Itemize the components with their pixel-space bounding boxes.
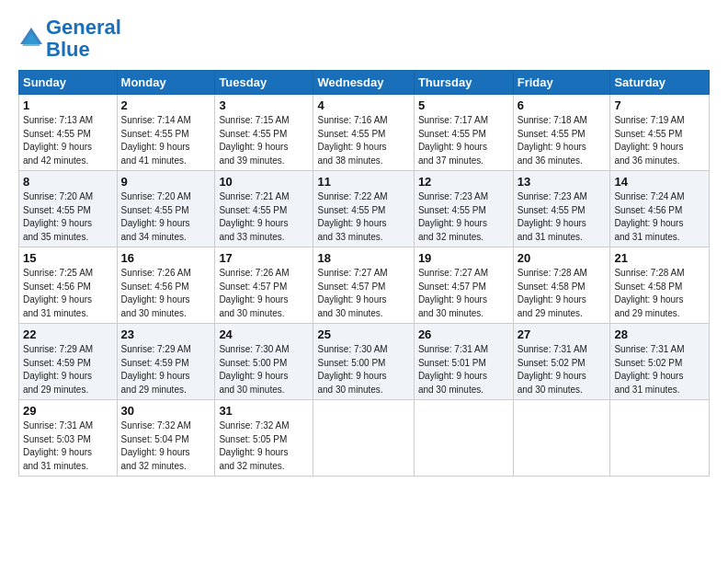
- day-number: 24: [219, 327, 309, 341]
- calendar-cell: 19Sunrise: 7:27 AM Sunset: 4:57 PM Dayli…: [414, 247, 513, 324]
- calendar-cell: 16Sunrise: 7:26 AM Sunset: 4:56 PM Dayli…: [117, 247, 215, 324]
- day-number: 23: [121, 327, 211, 341]
- weekday-header: Monday: [117, 71, 215, 95]
- calendar-cell: [313, 400, 414, 477]
- day-info: Sunrise: 7:31 AM Sunset: 5:03 PM Dayligh…: [23, 419, 113, 473]
- day-number: 11: [317, 175, 409, 189]
- logo-text-line1: General: [46, 17, 121, 39]
- day-info: Sunrise: 7:14 AM Sunset: 4:55 PM Dayligh…: [121, 114, 211, 167]
- day-info: Sunrise: 7:31 AM Sunset: 5:02 PM Dayligh…: [518, 343, 607, 396]
- day-info: Sunrise: 7:26 AM Sunset: 4:56 PM Dayligh…: [121, 267, 211, 320]
- calendar-cell: 18Sunrise: 7:27 AM Sunset: 4:57 PM Dayli…: [313, 247, 414, 324]
- calendar-cell: 15Sunrise: 7:25 AM Sunset: 4:56 PM Dayli…: [19, 247, 118, 324]
- calendar-cell: 8Sunrise: 7:20 AM Sunset: 4:55 PM Daylig…: [19, 171, 118, 247]
- day-number: 9: [121, 175, 211, 189]
- weekday-header: Sunday: [19, 71, 118, 95]
- day-number: 17: [219, 251, 309, 265]
- calendar-cell: 1Sunrise: 7:13 AM Sunset: 4:55 PM Daylig…: [19, 95, 118, 171]
- calendar-header-row: SundayMondayTuesdayWednesdayThursdayFrid…: [19, 71, 710, 95]
- calendar-cell: [610, 400, 710, 477]
- day-number: 7: [614, 98, 705, 112]
- calendar-cell: 26Sunrise: 7:31 AM Sunset: 5:01 PM Dayli…: [414, 324, 513, 400]
- calendar-cell: 23Sunrise: 7:29 AM Sunset: 4:59 PM Dayli…: [117, 324, 215, 400]
- day-info: Sunrise: 7:15 AM Sunset: 4:55 PM Dayligh…: [219, 114, 309, 167]
- calendar-cell: 12Sunrise: 7:23 AM Sunset: 4:55 PM Dayli…: [414, 171, 513, 247]
- calendar-cell: 17Sunrise: 7:26 AM Sunset: 4:57 PM Dayli…: [215, 247, 313, 324]
- day-number: 8: [23, 175, 113, 189]
- day-number: 26: [418, 327, 509, 341]
- day-number: 14: [614, 175, 705, 189]
- calendar-cell: 25Sunrise: 7:30 AM Sunset: 5:00 PM Dayli…: [313, 324, 414, 400]
- calendar-cell: 31Sunrise: 7:32 AM Sunset: 5:05 PM Dayli…: [215, 400, 313, 477]
- day-number: 5: [418, 98, 509, 112]
- day-number: 12: [418, 175, 509, 189]
- weekday-header: Saturday: [610, 71, 710, 95]
- day-number: 1: [23, 98, 113, 112]
- day-number: 6: [518, 98, 607, 112]
- calendar-cell: 30Sunrise: 7:32 AM Sunset: 5:04 PM Dayli…: [117, 400, 215, 477]
- day-number: 10: [219, 175, 309, 189]
- calendar-week-row: 1Sunrise: 7:13 AM Sunset: 4:55 PM Daylig…: [19, 95, 710, 171]
- day-info: Sunrise: 7:28 AM Sunset: 4:58 PM Dayligh…: [614, 267, 705, 320]
- day-number: 27: [518, 327, 607, 341]
- day-info: Sunrise: 7:13 AM Sunset: 4:55 PM Dayligh…: [23, 114, 113, 167]
- day-info: Sunrise: 7:29 AM Sunset: 4:59 PM Dayligh…: [121, 343, 211, 396]
- day-number: 19: [418, 251, 509, 265]
- calendar-cell: 29Sunrise: 7:31 AM Sunset: 5:03 PM Dayli…: [19, 400, 118, 477]
- day-info: Sunrise: 7:17 AM Sunset: 4:55 PM Dayligh…: [418, 114, 509, 167]
- calendar-cell: 7Sunrise: 7:19 AM Sunset: 4:55 PM Daylig…: [610, 95, 710, 171]
- day-number: 25: [317, 327, 409, 341]
- day-info: Sunrise: 7:20 AM Sunset: 4:55 PM Dayligh…: [121, 190, 211, 244]
- calendar-cell: 14Sunrise: 7:24 AM Sunset: 4:56 PM Dayli…: [610, 171, 710, 247]
- calendar-cell: 27Sunrise: 7:31 AM Sunset: 5:02 PM Dayli…: [513, 324, 610, 400]
- calendar-cell: 13Sunrise: 7:23 AM Sunset: 4:55 PM Dayli…: [513, 171, 610, 247]
- day-info: Sunrise: 7:29 AM Sunset: 4:59 PM Dayligh…: [23, 343, 113, 396]
- calendar-week-row: 8Sunrise: 7:20 AM Sunset: 4:55 PM Daylig…: [19, 171, 710, 247]
- day-info: Sunrise: 7:21 AM Sunset: 4:55 PM Dayligh…: [219, 190, 309, 244]
- calendar-cell: 20Sunrise: 7:28 AM Sunset: 4:58 PM Dayli…: [513, 247, 610, 324]
- calendar-cell: 11Sunrise: 7:22 AM Sunset: 4:55 PM Dayli…: [313, 171, 414, 247]
- calendar-cell: 6Sunrise: 7:18 AM Sunset: 4:55 PM Daylig…: [513, 95, 610, 171]
- day-info: Sunrise: 7:19 AM Sunset: 4:55 PM Dayligh…: [614, 114, 705, 167]
- day-info: Sunrise: 7:18 AM Sunset: 4:55 PM Dayligh…: [518, 114, 607, 167]
- day-info: Sunrise: 7:30 AM Sunset: 5:00 PM Dayligh…: [219, 343, 309, 396]
- day-info: Sunrise: 7:31 AM Sunset: 5:01 PM Dayligh…: [418, 343, 509, 396]
- day-number: 4: [317, 98, 409, 112]
- weekday-header: Tuesday: [215, 71, 313, 95]
- day-info: Sunrise: 7:26 AM Sunset: 4:57 PM Dayligh…: [219, 267, 309, 320]
- weekday-header: Friday: [513, 71, 610, 95]
- calendar-week-row: 15Sunrise: 7:25 AM Sunset: 4:56 PM Dayli…: [19, 247, 710, 324]
- day-info: Sunrise: 7:25 AM Sunset: 4:56 PM Dayligh…: [23, 267, 113, 320]
- calendar-cell: 24Sunrise: 7:30 AM Sunset: 5:00 PM Dayli…: [215, 324, 313, 400]
- day-info: Sunrise: 7:20 AM Sunset: 4:55 PM Dayligh…: [23, 190, 113, 244]
- day-number: 20: [518, 251, 607, 265]
- calendar-cell: 9Sunrise: 7:20 AM Sunset: 4:55 PM Daylig…: [117, 171, 215, 247]
- day-number: 18: [317, 251, 409, 265]
- day-number: 3: [219, 98, 309, 112]
- day-number: 31: [219, 404, 309, 418]
- calendar-cell: [414, 400, 513, 477]
- day-number: 2: [121, 98, 211, 112]
- page: General Blue SundayMondayTuesdayWednesda…: [0, 0, 728, 563]
- day-number: 15: [23, 251, 113, 265]
- day-info: Sunrise: 7:27 AM Sunset: 4:57 PM Dayligh…: [418, 267, 509, 320]
- calendar-cell: 3Sunrise: 7:15 AM Sunset: 4:55 PM Daylig…: [215, 95, 313, 171]
- day-info: Sunrise: 7:31 AM Sunset: 5:02 PM Dayligh…: [614, 343, 705, 396]
- logo-text-line2: Blue: [46, 39, 121, 61]
- logo: General Blue: [18, 17, 121, 61]
- logo-icon: [18, 26, 44, 52]
- header: General Blue: [18, 17, 710, 61]
- weekday-header: Wednesday: [313, 71, 414, 95]
- calendar-week-row: 29Sunrise: 7:31 AM Sunset: 5:03 PM Dayli…: [19, 400, 710, 477]
- day-number: 13: [518, 175, 607, 189]
- weekday-header: Thursday: [414, 71, 513, 95]
- calendar-week-row: 22Sunrise: 7:29 AM Sunset: 4:59 PM Dayli…: [19, 324, 710, 400]
- day-info: Sunrise: 7:30 AM Sunset: 5:00 PM Dayligh…: [317, 343, 409, 396]
- calendar-cell: 2Sunrise: 7:14 AM Sunset: 4:55 PM Daylig…: [117, 95, 215, 171]
- day-number: 22: [23, 327, 113, 341]
- day-info: Sunrise: 7:32 AM Sunset: 5:05 PM Dayligh…: [219, 419, 309, 473]
- calendar-cell: 4Sunrise: 7:16 AM Sunset: 4:55 PM Daylig…: [313, 95, 414, 171]
- day-info: Sunrise: 7:28 AM Sunset: 4:58 PM Dayligh…: [518, 267, 607, 320]
- day-info: Sunrise: 7:24 AM Sunset: 4:56 PM Dayligh…: [614, 190, 705, 244]
- day-number: 16: [121, 251, 211, 265]
